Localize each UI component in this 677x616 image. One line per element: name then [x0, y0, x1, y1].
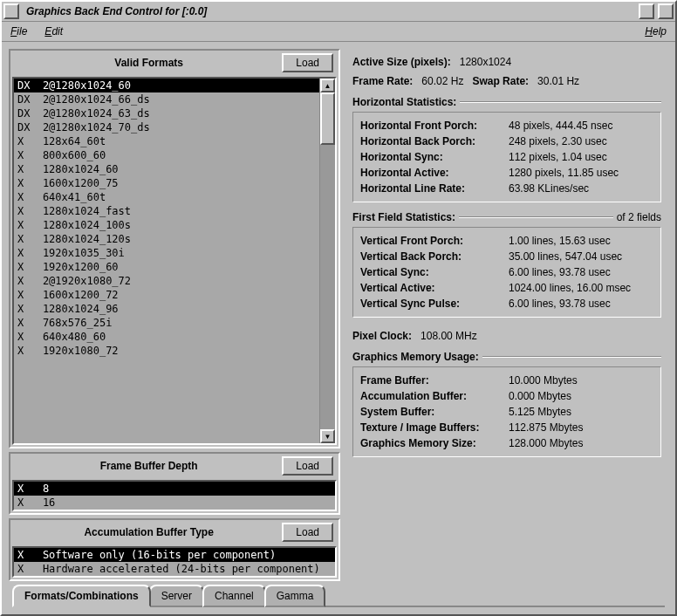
stat-row: Vertical Back Porch:35.00 lines, 547.04 …	[360, 249, 653, 264]
graphics-memory-group: Frame Buffer:10.000 MbytesAccumulation B…	[352, 366, 661, 457]
ffstats-title-row: First Field Statistics: of 2 fields	[352, 211, 661, 223]
stat-value: 35.00 lines, 547.04 usec	[509, 250, 653, 263]
accum-load-button[interactable]: Load	[282, 523, 333, 542]
list-item[interactable]: X 1920x1080_72	[14, 344, 319, 358]
stat-row: Vertical Sync:6.00 lines, 93.78 usec	[360, 264, 653, 280]
accum-listbox-wrap: X Software only (16-bits per component)X…	[12, 546, 337, 578]
list-item[interactable]: X Software only (16-bits per component)	[14, 548, 335, 562]
tab-channel[interactable]: Channel	[202, 585, 266, 607]
divider	[460, 101, 661, 103]
active-size-row: Active Size (pixels): 1280x1024	[352, 52, 661, 72]
stat-row: Texture / Image Buffers:112.875 Mbytes	[360, 420, 653, 435]
stat-value: 1.00 lines, 15.63 usec	[509, 235, 653, 247]
list-item[interactable]: X 1280x1024_100s	[14, 218, 319, 232]
list-item[interactable]: X Hardware accelerated (24-bits per comp…	[14, 562, 335, 576]
list-item[interactable]: X 800x600_60	[14, 148, 319, 162]
list-item[interactable]: X 768x576_25i	[14, 316, 319, 330]
stat-label: Vertical Active:	[360, 282, 509, 294]
swap-rate-label: Swap Rate:	[472, 75, 529, 87]
stat-value: 5.125 Mbytes	[509, 406, 653, 418]
tab-gamma[interactable]: Gamma	[264, 585, 326, 607]
list-item[interactable]: X 1280x1024_96	[14, 302, 319, 316]
content-area: Valid Formats Load DX 2@1280x1024_60DX 2…	[2, 42, 675, 614]
app-window: Graphics Back End Control for [:0.0] Fil…	[0, 0, 677, 616]
maximize-button[interactable]	[658, 3, 674, 19]
pixel-clock-row: Pixel Clock: 108.00 MHz	[352, 326, 661, 346]
stat-row: System Buffer:5.125 Mbytes	[360, 404, 653, 420]
depth-load-button[interactable]: Load	[282, 456, 333, 476]
formats-header: Valid Formats Load	[10, 51, 338, 75]
scroll-thumb[interactable]	[320, 92, 335, 145]
formats-scrollbar[interactable]: ▲ ▼	[319, 79, 335, 443]
list-item[interactable]: DX 2@1280x1024_60	[14, 79, 319, 92]
list-item[interactable]: X 128x64_60t	[14, 134, 319, 148]
stat-label: Vertical Sync Pulse:	[360, 298, 509, 310]
stat-row: Horizontal Line Rate:63.98 KLines/sec	[360, 181, 653, 196]
list-item[interactable]: X 1920x1200_60	[14, 260, 319, 274]
accum-header: Accumulation Buffer Type Load	[10, 520, 338, 544]
formats-listbox-wrap: DX 2@1280x1024_60DX 2@1280x1024_66_dsDX …	[12, 77, 337, 445]
stat-row: Horizontal Back Porch:248 pixels, 2.30 u…	[360, 133, 653, 149]
main-row: Valid Formats Load DX 2@1280x1024_60DX 2…	[9, 49, 668, 581]
left-column: Valid Formats Load DX 2@1280x1024_60DX 2…	[9, 49, 340, 581]
list-item[interactable]: X 8	[14, 482, 335, 496]
list-item[interactable]: X 1920x1035_30i	[14, 246, 319, 260]
active-size-label: Active Size (pixels):	[352, 56, 451, 68]
window-menu-button[interactable]	[3, 3, 19, 19]
list-item[interactable]: DX 2@1280x1024_66_ds	[14, 92, 319, 106]
window-title: Graphics Back End Control for [:0.0]	[23, 5, 635, 17]
valid-formats-section: Valid Formats Load DX 2@1280x1024_60DX 2…	[9, 49, 340, 448]
list-item[interactable]: X 1280x1024_60	[14, 162, 319, 176]
list-item[interactable]: DX 2@1280x1024_63_ds	[14, 106, 319, 120]
menu-spacer	[80, 25, 627, 38]
scroll-down-icon[interactable]: ▼	[320, 429, 335, 443]
list-item[interactable]: X 1600x1200_75	[14, 176, 319, 190]
frame-rate-label: Frame Rate:	[352, 75, 413, 87]
stat-value: 0.000 Mbytes	[509, 390, 653, 402]
list-item[interactable]: X 640x41_60t	[14, 190, 319, 204]
hstats-title: Horizontal Statistics:	[352, 96, 456, 108]
stat-value: 6.00 lines, 93.78 usec	[509, 266, 653, 278]
list-item[interactable]: X 640x480_60	[14, 330, 319, 344]
tab-server[interactable]: Server	[149, 585, 204, 607]
pixel-clock-label: Pixel Clock:	[352, 330, 412, 342]
stat-label: Frame Buffer:	[360, 374, 509, 387]
list-item[interactable]: X 1280x1024_120s	[14, 232, 319, 246]
list-item[interactable]: DX 2@1280x1024_70_ds	[14, 120, 319, 134]
hstats-title-row: Horizontal Statistics:	[352, 96, 661, 108]
scroll-track[interactable]	[320, 92, 335, 429]
accum-listbox[interactable]: X Software only (16-bits per component)X…	[14, 548, 335, 576]
scroll-up-icon[interactable]: ▲	[320, 79, 335, 92]
stat-label: Graphics Memory Size:	[360, 437, 509, 449]
stat-value: 1024.00 lines, 16.00 msec	[509, 282, 653, 294]
tab-formats-combinations[interactable]: Formats/Combinations	[12, 585, 151, 607]
stat-row: Horizontal Sync:112 pixels, 1.04 usec	[360, 149, 653, 165]
mem-title-row: Graphics Memory Usage:	[352, 351, 661, 363]
list-item[interactable]: X 1280x1024_fast	[14, 204, 319, 218]
pixel-clock-value: 108.00 MHz	[421, 330, 477, 342]
depth-listbox[interactable]: X 8X 16	[14, 482, 335, 510]
stat-value: 1280 pixels, 11.85 usec	[509, 167, 653, 179]
horizontal-statistics-group: Horizontal Front Porch:48 pixels, 444.45…	[352, 112, 661, 202]
stat-row: Vertical Front Porch:1.00 lines, 15.63 u…	[360, 233, 653, 249]
formats-load-button[interactable]: Load	[282, 53, 333, 72]
minimize-button[interactable]	[639, 3, 654, 19]
frame-rate-value: 60.02 Hz	[421, 75, 463, 87]
list-item[interactable]: X 2@1920x1080_72	[14, 274, 319, 288]
list-item[interactable]: X 1600x1200_72	[14, 288, 319, 302]
stat-value: 128.000 Mbytes	[509, 437, 653, 449]
stat-label: Horizontal Back Porch:	[360, 135, 509, 147]
list-item[interactable]: X 16	[14, 496, 335, 510]
depth-listbox-wrap: X 8X 16	[12, 480, 337, 511]
menu-help[interactable]: Help	[645, 25, 667, 38]
depth-title: Frame Buffer Depth	[16, 460, 282, 472]
formats-listbox[interactable]: DX 2@1280x1024_60DX 2@1280x1024_66_dsDX …	[14, 79, 319, 443]
stat-label: Horizontal Line Rate:	[360, 182, 509, 195]
menu-file[interactable]: File	[10, 25, 27, 38]
stat-label: Texture / Image Buffers:	[360, 421, 509, 434]
menu-edit[interactable]: Edit	[44, 25, 63, 38]
stat-row: Vertical Sync Pulse:6.00 lines, 93.78 us…	[360, 296, 653, 311]
stat-value: 48 pixels, 444.45 nsec	[509, 120, 653, 132]
tabs-border	[324, 606, 665, 607]
swap-rate-value: 30.01 Hz	[537, 75, 579, 87]
